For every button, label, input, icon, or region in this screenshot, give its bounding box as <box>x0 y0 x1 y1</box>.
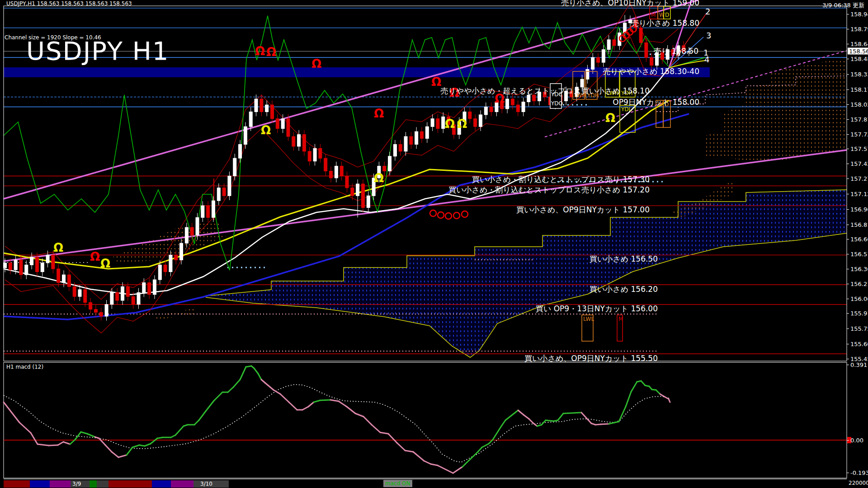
timeline-session-segment <box>30 480 50 488</box>
range-box-label: M <box>651 12 656 18</box>
price-tick: 158.640 <box>850 40 868 47</box>
macd-line-segment <box>320 400 330 400</box>
macd-line-segment <box>478 447 482 452</box>
macd-line-segment <box>656 390 660 394</box>
price-tick: 157.120 <box>850 190 868 197</box>
order-annotation: 買い小さめ・割り込むとストップロス売り 157.30 <box>472 174 650 185</box>
macd-signal-line <box>4 385 670 462</box>
arrow-mark: Ω <box>261 123 271 137</box>
macd-line-segment <box>145 444 151 446</box>
ichimoku-cloud-orange <box>154 308 194 320</box>
macd-line-segment <box>413 452 424 461</box>
macd-line-segment <box>397 443 405 450</box>
range-box-label: M <box>618 316 623 322</box>
macd-line-segment <box>228 387 233 392</box>
macd-tick: 0.00 <box>850 437 863 444</box>
macd-line-segment <box>609 422 615 424</box>
macd-line-segment <box>518 410 524 415</box>
macd-line-segment <box>563 413 581 413</box>
arrow-mark: Ω <box>445 117 455 131</box>
macd-line-segment <box>58 442 63 445</box>
price-tick: 156.360 <box>850 265 868 272</box>
order-annotation: 売り 158.50 <box>654 46 698 56</box>
macd-tick: 0.391 <box>850 361 867 368</box>
macd-line-segment <box>465 452 478 464</box>
macd-line-segment <box>81 432 87 434</box>
macd-indicator-label: H1 macd (12) <box>6 364 43 370</box>
macd-line-segment <box>274 390 280 394</box>
timeline-date[interactable]: 3/9 <box>72 481 81 487</box>
chart-canvas[interactable]: ΩΩΩΩΩΩΩΩΩΩΩΩΩΩΩMWDLWHYDHLWHYDHYDLWDLWLMY… <box>0 0 868 488</box>
fan-line-number: 4 <box>704 55 709 64</box>
macd-line-segment <box>4 402 19 422</box>
macd-line-segment <box>314 400 320 402</box>
arrow-mark: Ω <box>266 45 276 59</box>
price-tick: 155.910 <box>850 310 868 317</box>
price-tick: 157.425 <box>850 160 868 167</box>
macd-line-segment <box>641 381 645 385</box>
macd-line-segment <box>31 433 38 444</box>
arrow-mark: Ω <box>255 44 265 58</box>
order-annotation: 売り小さめ 158.80 <box>631 18 699 28</box>
macd-line-segment <box>308 402 314 407</box>
macd-line-segment <box>493 426 501 440</box>
price-tick: 158.330 <box>850 71 868 78</box>
timeline-session-segment <box>50 480 71 488</box>
price-tick: 158.025 <box>850 101 868 108</box>
macd-line-segment <box>619 407 626 422</box>
macd-line-segment <box>388 434 397 443</box>
macd-line-segment <box>505 410 518 420</box>
main-chart-area[interactable]: ΩΩΩΩΩΩΩΩΩΩΩΩΩΩΩMWDLWHYDHLWHYDHYDLWDLWLMY… <box>0 0 868 488</box>
timeline-date[interactable]: 3/10 <box>200 481 212 487</box>
signal-circle <box>438 212 444 218</box>
order-annotation: 売りやや小さめ・超えるとストップロス買い小さめ 158.10 <box>440 86 650 96</box>
macd-line-segment <box>63 442 70 444</box>
order-annotation: 売り小さめ、OP10日NYカット 159.00 <box>561 0 699 8</box>
ichimoku-cloud-blue <box>206 190 847 357</box>
macd-line-segment <box>558 413 563 420</box>
price-tick: 155.600 <box>850 341 868 347</box>
price-tick: 158.485 <box>850 56 868 62</box>
macd-line-segment <box>87 434 95 437</box>
macd-line-segment <box>214 392 222 401</box>
price-tick: 156.510 <box>850 251 868 258</box>
price-tick: 157.875 <box>850 116 868 122</box>
macd-line-segment <box>139 445 145 446</box>
price-tick: 156.210 <box>850 280 868 287</box>
macd-line-segment <box>132 445 139 447</box>
fan-line-number: 3 <box>706 31 711 40</box>
macd-line-segment <box>127 447 132 455</box>
macd-line-segment <box>49 445 58 446</box>
signal-circle <box>453 212 460 219</box>
order-annotation: 買い小さめ・割り込むとストップロス売り小さめ 157.20 <box>448 185 650 195</box>
current-price-tag: 158.563 <box>848 48 868 55</box>
arrow-mark: Ω <box>374 171 384 185</box>
macd-tick: -0.193 <box>850 469 868 476</box>
macd-line-segment <box>631 382 637 392</box>
macd-line-segment <box>355 413 363 417</box>
price-tick: 158.175 <box>850 86 868 93</box>
order-annotation: 買い小さめ 156.50 <box>590 254 658 264</box>
macd-line-segment <box>665 397 669 399</box>
arrow-mark: Ω <box>605 111 615 125</box>
macd-line-segment <box>280 394 289 402</box>
price-tick: 156.660 <box>850 236 868 243</box>
macd-line-segment <box>199 411 206 420</box>
price-tick: 156.060 <box>850 295 868 302</box>
macd-line-segment <box>363 417 372 425</box>
price-tick: 157.575 <box>850 145 868 152</box>
macd-line-segment <box>339 401 347 407</box>
macd-line-segment <box>405 450 413 452</box>
macd-line-segment <box>626 392 631 407</box>
macd-line-segment <box>347 407 355 413</box>
macd-on-badge[interactable]: macd ON <box>383 480 412 487</box>
price-tick: 156.965 <box>850 206 868 212</box>
price-tick: 157.275 <box>850 175 868 182</box>
order-annotation: 買い小さめ、OP9日NYカット 155.50 <box>524 353 658 364</box>
macd-line-segment <box>265 383 274 390</box>
macd-line-segment <box>669 399 670 402</box>
macd-line-segment <box>424 461 431 464</box>
macd-line-segment <box>330 400 339 401</box>
macd-line-segment <box>194 420 199 425</box>
macd-line-segment <box>453 467 462 473</box>
